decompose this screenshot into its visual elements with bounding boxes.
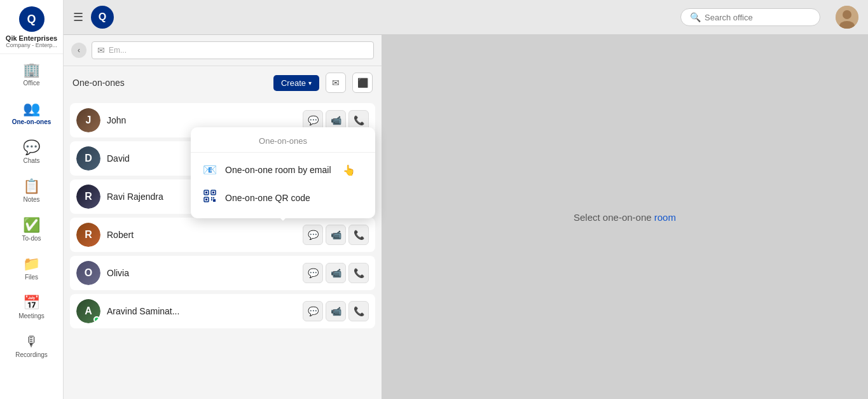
svg-rect-4 [205,192,207,193]
panel-list-header: One-on-ones Create ▾ ✉ ⬛ [64,66,382,99]
olivia-actions: 💬 📹 📞 [303,263,369,283]
search-bar[interactable]: 🔍 [680,8,820,26]
online-indicator [93,316,100,323]
sidebar-item-files[interactable]: 📁 Files [3,249,60,286]
sidebar-label-chats: Chats [23,157,39,164]
meetings-icon: 📅 [23,295,40,311]
logo-circle: Q [19,6,45,32]
dropdown-label-qr-code: One-on-one QR code [225,193,310,203]
email-dropdown-icon: 📧 [202,163,217,177]
svg-point-1 [843,10,851,19]
avatar: A [76,299,100,323]
one-on-ones-dropdown: One-on-ones 📧 One-on-one room by email 👆 [191,127,375,218]
svg-rect-9 [211,197,212,199]
sidebar-label-todos: To-dos [22,235,41,242]
olivia-phone-button[interactable]: 📞 [348,263,369,283]
robert-avatar: R [76,223,100,247]
sidebar-label-office: Office [24,80,40,87]
sidebar-item-todos[interactable]: ✅ To-dos [3,211,60,247]
panel: ‹ ✉ Em... One-on-ones Create ▾ ✉ ⬛ [64,35,382,399]
todos-icon: ✅ [23,217,40,234]
user-avatar[interactable] [836,6,858,29]
qik-q-letter: Q [99,11,106,23]
dropdown-item-qr-code[interactable]: One-on-one QR code [191,183,375,212]
create-label: Create [281,78,306,88]
table-row[interactable]: R Robert 💬 📹 📞 [70,218,375,252]
office-icon: 🏢 [23,62,40,78]
room-link: room [654,212,676,223]
dropdown-label-by-email: One-on-one room by email [225,165,331,175]
qr-action-button[interactable]: ⬛ [352,73,373,93]
aravind-chat-button[interactable]: 💬 [303,301,323,321]
create-dropdown-arrow: ▾ [308,80,312,87]
app-logo: Q Qik Enterprises Company - Enterp... [0,0,63,54]
sidebar-item-meetings[interactable]: 📅 Meetings [3,288,60,325]
app-subtitle: Company - Enterp... [6,42,57,48]
create-button[interactable]: Create ▾ [273,75,319,91]
email-placeholder-text: Em... [109,46,127,55]
sidebar-label-meetings: Meetings [18,312,45,319]
sidebar-item-notes[interactable]: 📋 Notes [3,172,60,208]
top-header: ☰ Q 🔍 [64,0,868,35]
svg-rect-6 [212,192,214,193]
search-input[interactable] [705,13,811,22]
email-action-icon: ✉ [332,78,340,88]
dropdown-item-by-email[interactable]: 📧 One-on-one room by email 👆 [191,157,375,183]
contact-name-john: John [107,115,296,125]
contact-name-olivia: Olivia [107,268,296,278]
sidebar-item-one-on-ones[interactable]: 👥 One-on-ones [3,94,60,130]
sidebar-label-recordings: Recordings [15,351,48,358]
hamburger-icon[interactable]: ☰ [73,10,83,24]
aravind-video-button[interactable]: 📹 [326,301,346,321]
avatar: R [76,185,100,209]
avatar: O [76,261,100,285]
notes-icon: 📋 [23,178,40,195]
collapse-button[interactable]: ‹ [71,43,86,58]
sidebar-label-notes: Notes [23,196,39,203]
svg-rect-8 [205,199,207,200]
table-row[interactable]: A Aravind Saminat... 💬 📹 📞 [70,294,375,328]
qik-logo-button[interactable]: Q [91,6,114,29]
aravind-phone-button[interactable]: 📞 [348,301,369,321]
dropdown-header: One-on-ones [191,134,375,153]
robert-video-button[interactable]: 📹 [326,225,346,245]
sidebar-label-files: Files [25,274,38,281]
search-icon: 🔍 [690,12,701,22]
cursor-hand-icon: 👆 [343,164,355,176]
panel-header: ‹ ✉ Em... [64,35,382,66]
contact-name-aravind: Aravind Saminat... [107,306,296,316]
sidebar-item-recordings[interactable]: 🎙 Recordings [3,327,60,363]
app-title: Qik Enterprises [6,34,57,42]
david-avatar: D [76,146,100,171]
avatar: D [76,146,100,171]
robert-actions: 💬 📹 📞 [303,225,369,245]
ravi-avatar: R [76,185,100,209]
right-panel: Select one-on-one room [382,35,868,399]
robert-chat-button[interactable]: 💬 [303,225,323,245]
robert-phone-button[interactable]: 📞 [348,225,369,245]
table-row[interactable]: O Olivia 💬 📹 📞 [70,256,375,290]
sidebar-label-one-on-ones: One-on-ones [12,118,52,125]
sidebar-item-office[interactable]: 🏢 Office [3,55,60,92]
panel-title: One-on-ones [72,78,267,88]
sidebar-item-chats[interactable]: 💬 Chats [3,133,60,169]
qr-action-icon: ⬛ [357,78,368,88]
avatar: J [76,108,100,132]
chats-icon: 💬 [23,139,40,156]
content-area: ‹ ✉ Em... One-on-ones Create ▾ ✉ ⬛ [64,35,868,399]
one-on-ones-icon: 👥 [23,101,40,117]
john-avatar: J [76,108,100,132]
files-icon: 📁 [23,256,40,272]
email-action-button[interactable]: ✉ [326,73,346,93]
email-icon: ✉ [97,45,105,55]
sidebar: Q Qik Enterprises Company - Enterp... 🏢 … [0,0,64,399]
qr-dropdown-icon [202,190,217,206]
email-input-area[interactable]: ✉ Em... [92,41,374,59]
olivia-video-button[interactable]: 📹 [326,263,346,283]
svg-rect-11 [211,199,212,200]
avatar: R [76,223,100,247]
svg-rect-10 [213,197,214,199]
olivia-chat-button[interactable]: 💬 [303,263,323,283]
olivia-avatar: O [76,261,100,285]
aravind-actions: 💬 📹 📞 [303,301,369,321]
